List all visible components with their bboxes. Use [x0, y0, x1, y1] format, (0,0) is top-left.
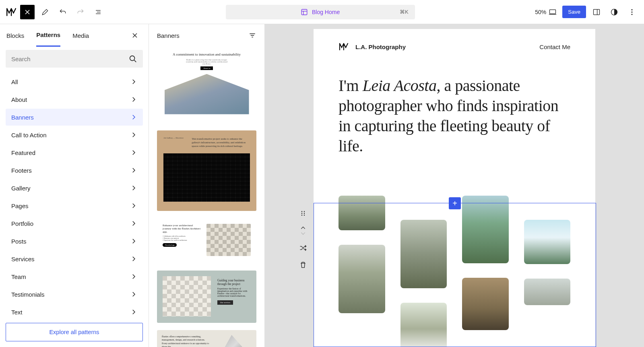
chevron-right-icon — [130, 78, 137, 85]
pattern-thumb-3[interactable]: Enhance your architectural journey with … — [157, 218, 256, 263]
add-block-button[interactable]: + — [449, 197, 461, 209]
svg-rect-5 — [301, 9, 307, 15]
command-shortcut: ⌘K — [400, 9, 409, 15]
top-toolbar: Blog Home ⌘K 50% Save — [0, 0, 644, 24]
site-logo[interactable] — [5, 6, 17, 18]
drag-handle-icon[interactable] — [298, 209, 308, 218]
pattern-panel-title: Banners — [157, 32, 180, 39]
hero-heading[interactable]: I'm Leia Acosta, a passionate photograph… — [339, 76, 570, 156]
category-label: About — [11, 96, 27, 103]
pattern-thumb-4[interactable]: Guiding your business through the projec… — [157, 271, 256, 323]
category-label: Footers — [11, 167, 32, 174]
category-item-all[interactable]: All — [6, 73, 143, 90]
undo-button[interactable] — [56, 5, 70, 19]
category-item-services[interactable]: Services — [6, 250, 143, 267]
document-overview-button[interactable] — [91, 5, 105, 19]
search-input-wrapper — [6, 50, 143, 68]
close-inserter-button[interactable] — [128, 28, 142, 43]
inserter-tabs: Blocks Patterns Media — [0, 24, 149, 47]
move-down-button[interactable] — [298, 231, 308, 236]
delete-button[interactable] — [298, 260, 308, 270]
options-menu-button[interactable] — [625, 5, 639, 19]
zoom-value: 50% — [535, 9, 546, 15]
styles-button[interactable] — [607, 5, 621, 19]
category-label: Call to Action — [11, 132, 47, 138]
toggle-inserter-button[interactable] — [20, 5, 35, 19]
category-item-team[interactable]: Team — [6, 268, 143, 285]
chevron-right-icon — [130, 149, 137, 156]
chevron-right-icon — [130, 238, 137, 245]
svg-point-26 — [304, 213, 305, 214]
document-bar[interactable]: Blog Home ⌘K — [226, 5, 415, 19]
pattern-thumb-5[interactable]: Études offers comprehensive consulting, … — [157, 330, 256, 347]
chevron-right-icon — [130, 291, 137, 298]
svg-point-25 — [301, 213, 302, 214]
chevron-right-icon — [130, 114, 137, 121]
explore-patterns-button[interactable]: Explore all patterns — [6, 323, 143, 341]
editor-canvas[interactable]: L.A. Photography Contact Me I'm Leia Aco… — [265, 24, 644, 347]
tab-blocks[interactable]: Blocks — [6, 25, 24, 46]
template-icon — [301, 8, 308, 16]
category-item-portfolio[interactable]: Portfolio — [6, 215, 143, 232]
tab-patterns[interactable]: Patterns — [36, 24, 60, 47]
category-label: Testimonials — [11, 291, 45, 298]
search-input[interactable] — [11, 56, 128, 62]
chevron-right-icon — [130, 220, 137, 227]
site-logo[interactable] — [339, 42, 348, 52]
category-item-about[interactable]: About — [6, 91, 143, 108]
category-label: Services — [11, 256, 35, 262]
svg-line-19 — [134, 60, 136, 62]
chevron-right-icon — [130, 202, 137, 209]
category-label: Banners — [11, 114, 34, 121]
inserter-sidebar: Blocks Patterns Media AllAboutBannersCal… — [0, 24, 149, 347]
category-item-pages[interactable]: Pages — [6, 197, 143, 214]
chevron-right-icon — [130, 308, 137, 316]
category-label: Featured — [11, 149, 35, 156]
svg-point-14 — [632, 11, 633, 12]
pattern-thumb-2[interactable]: Art Gallery — Overview This transformati… — [157, 130, 256, 211]
nav-contact[interactable]: Contact Me — [539, 43, 570, 50]
category-item-call-to-action[interactable]: Call to Action — [6, 126, 143, 143]
category-item-text[interactable]: Text — [6, 304, 143, 317]
chevron-right-icon — [130, 255, 137, 262]
search-icon — [128, 54, 137, 63]
save-button[interactable]: Save — [562, 6, 586, 18]
pattern-preview-panel: Banners A commitment to innovation and s… — [149, 24, 265, 347]
category-label: All — [11, 78, 18, 85]
edit-tool-button[interactable] — [38, 5, 52, 19]
category-item-banners[interactable]: Banners — [6, 109, 143, 126]
svg-point-13 — [632, 9, 633, 10]
category-label: Text — [11, 309, 23, 316]
svg-point-18 — [130, 56, 135, 61]
svg-point-15 — [632, 14, 633, 15]
site-title[interactable]: L.A. Photography — [355, 43, 406, 50]
site-header[interactable]: L.A. Photography Contact Me — [339, 42, 570, 52]
redo-button[interactable] — [73, 5, 88, 19]
shuffle-button[interactable] — [298, 243, 308, 253]
selected-block-outline: + — [314, 203, 596, 347]
filter-icon[interactable] — [248, 31, 256, 39]
category-label: Gallery — [11, 185, 31, 192]
tab-media[interactable]: Media — [72, 25, 89, 46]
page-frame: L.A. Photography Contact Me I'm Leia Aco… — [314, 29, 595, 347]
zoom-control[interactable]: 50% — [535, 9, 557, 15]
svg-rect-10 — [594, 9, 600, 14]
category-item-gallery[interactable]: Gallery — [6, 180, 143, 196]
chevron-right-icon — [130, 184, 137, 192]
pattern-category-list: AllAboutBannersCall to ActionFeaturedFoo… — [0, 71, 149, 317]
category-label: Pages — [11, 202, 29, 209]
category-item-posts[interactable]: Posts — [6, 233, 143, 250]
category-label: Portfolio — [11, 220, 33, 227]
chevron-right-icon — [130, 96, 137, 103]
settings-sidebar-button[interactable] — [589, 5, 604, 19]
pattern-thumb-1[interactable]: A commitment to innovation and sustainab… — [157, 46, 256, 123]
chevron-right-icon — [130, 167, 137, 174]
category-label: Posts — [11, 238, 27, 245]
category-item-testimonials[interactable]: Testimonials — [6, 286, 143, 303]
category-item-footers[interactable]: Footers — [6, 162, 143, 179]
svg-point-24 — [304, 211, 305, 212]
move-up-button[interactable] — [298, 225, 308, 230]
svg-rect-8 — [550, 10, 556, 14]
category-label: Team — [11, 273, 26, 280]
category-item-featured[interactable]: Featured — [6, 144, 143, 161]
